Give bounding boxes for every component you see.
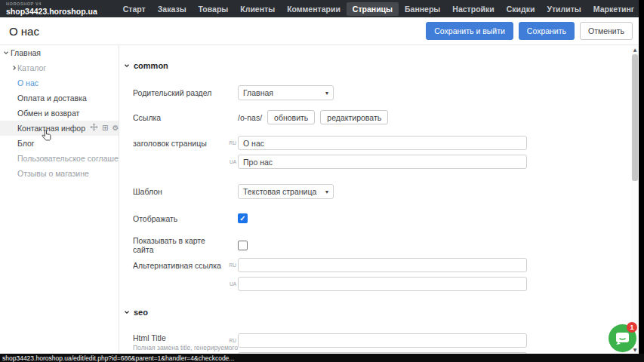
tree-item-label: Отзывы о магазине (17, 169, 89, 178)
html-title-ru-input[interactable] (238, 333, 527, 348)
page-title-ua-input[interactable] (238, 155, 527, 169)
cancel-button[interactable]: Отменить (580, 22, 633, 40)
parent-section-select[interactable]: Главная ▾ (238, 85, 334, 100)
select-value: Текстовая страница (243, 187, 316, 196)
page-tree: Главная Каталог О нас Оплата и доставка … (0, 45, 119, 354)
lang-tag-ua: UA (227, 281, 236, 287)
lang-tag-ua: UA (227, 159, 236, 164)
tree-item-blog[interactable]: Блог (0, 136, 119, 151)
chat-widget-button[interactable]: 1 (609, 324, 636, 352)
hand-cursor-icon (42, 130, 51, 143)
field-label: Шаблон (133, 187, 227, 196)
section-seo[interactable]: seo (124, 308, 148, 317)
field-label: Ссылка (133, 113, 227, 122)
move-icon[interactable] (90, 121, 98, 136)
save-button[interactable]: Сохранить (519, 22, 575, 40)
tree-item-user-agreement[interactable]: Пользовательское соглашение (0, 151, 119, 166)
logo-version: HOROSHOP V4 (6, 2, 97, 7)
chevron-down-icon: ▾ (325, 90, 328, 97)
browser-status-bar: shop34423.horoshop.ua/edit/edit.php?id=6… (0, 354, 644, 362)
field-label: Отображать (133, 214, 227, 223)
field-label: Альтернативная ссылка (133, 261, 227, 270)
field-alt-link-ua: UA (133, 277, 527, 291)
tree-item-label: Главная (11, 48, 41, 57)
chat-unread-badge: 1 (627, 322, 637, 333)
field-sitemap: Показывать в карте сайта (133, 236, 248, 254)
add-icon[interactable]: ⊞ (102, 124, 108, 132)
tree-item-contact-info[interactable]: Контактная инфор ⊞ ⚙ (0, 121, 119, 136)
screen: HOROSHOP V4 shop34423.horoshop.ua Старт … (0, 0, 644, 362)
page-header: О нас Сохранить и выйти Сохранить Отмени… (0, 17, 639, 45)
chevron-down-icon: ▾ (325, 189, 328, 195)
edit-form: common Родительский раздел Главная ▾ Ссы… (119, 45, 631, 354)
template-select[interactable]: Текстовая страница ▾ (238, 184, 334, 199)
tree-item-catalog[interactable]: Каталог (0, 60, 119, 75)
lang-tag-ru: RU (227, 262, 236, 268)
field-display: Отображать ✓ (133, 213, 248, 223)
chevron-down-icon[interactable] (3, 50, 9, 56)
field-note: Полная замена title, генерируемого (133, 344, 238, 351)
sitemap-checkbox[interactable] (238, 241, 248, 250)
page-title-ru-input[interactable] (238, 136, 527, 150)
tree-item-exchange-return[interactable]: Обмен и возврат (0, 106, 119, 121)
tree-item-home[interactable]: Главная (0, 45, 119, 60)
nav-item-comments[interactable]: Комментарии (281, 2, 347, 16)
section-common[interactable]: common (124, 61, 168, 70)
right-edge-bar (639, 0, 644, 362)
field-label: заголовок страницы (133, 139, 227, 148)
section-collapse-icon[interactable] (124, 308, 130, 317)
header-actions: Сохранить и выйти Сохранить Отменить (426, 22, 633, 40)
field-page-title-ua: UA (133, 155, 527, 169)
nav-item-orders[interactable]: Заказы (152, 2, 193, 16)
nav-item-utilities[interactable]: Утилиты (541, 2, 587, 16)
scrollbar-up-icon[interactable]: ▲ (631, 47, 639, 52)
section-collapse-icon[interactable] (124, 61, 130, 70)
save-and-exit-button[interactable]: Сохранить и выйти (426, 22, 513, 40)
tree-item-label: О нас (17, 78, 39, 87)
tree-item-payment-delivery[interactable]: Оплата и доставка (0, 90, 119, 106)
nav-item-banners[interactable]: Баннеры (399, 2, 446, 16)
admin-window: HOROSHOP V4 shop34423.horoshop.ua Старт … (0, 0, 639, 354)
nav-item-settings[interactable]: Настройки (446, 2, 500, 16)
display-checkbox[interactable]: ✓ (238, 213, 248, 223)
link-edit-button[interactable]: редактировать (320, 110, 388, 124)
field-template: Шаблон Текстовая страница ▾ (133, 184, 334, 199)
field-label: Показывать в карте сайта (133, 236, 227, 254)
page-title: О нас (9, 25, 39, 38)
logo[interactable]: HOROSHOP V4 shop34423.horoshop.ua (6, 2, 97, 15)
tree-item-label: Контактная инфор (17, 121, 85, 136)
lang-tag-ru: RU (227, 338, 236, 343)
scrollbar-thumb[interactable] (632, 54, 638, 181)
status-url: shop34423.horoshop.ua/edit/edit.php?id=6… (2, 354, 234, 362)
alt-link-ua-input[interactable] (238, 277, 527, 291)
nav-item-start[interactable]: Старт (117, 2, 152, 16)
main-nav: Старт Заказы Товары Клиенты Комментарии … (117, 0, 639, 17)
lang-tag-ru: RU (227, 140, 236, 146)
tree-item-about[interactable]: О нас (0, 75, 119, 90)
tree-item-label: Блог (17, 139, 35, 148)
vertical-scrollbar[interactable]: ▲ ▼ (631, 45, 639, 354)
field-label: Html Title (133, 333, 166, 342)
field-parent-section: Родительский раздел Главная ▾ (133, 85, 334, 100)
nav-item-clients[interactable]: Клиенты (234, 2, 281, 16)
tree-item-label: Обмен и возврат (17, 109, 79, 118)
select-value: Главная (243, 88, 273, 97)
link-path: /o-nas/ (238, 113, 262, 122)
tree-item-label: Каталог (17, 63, 46, 72)
field-html-title-ru: Html Title Полная замена title, генериру… (133, 333, 527, 351)
chevron-right-icon[interactable] (11, 65, 17, 71)
logo-domain: shop34423.horoshop.ua (6, 8, 97, 16)
alt-link-ru-input[interactable] (238, 258, 527, 272)
section-title: seo (134, 308, 148, 317)
field-label: Родительский раздел (133, 88, 227, 97)
field-link: Ссылка /o-nas/ обновить редактировать (133, 110, 393, 124)
field-page-title-ru: заголовок страницы RU (133, 136, 527, 150)
tree-item-label: Пользовательское соглашение (17, 154, 131, 163)
tree-item-store-reviews[interactable]: Отзывы о магазине (0, 166, 119, 181)
nav-item-products[interactable]: Товары (193, 2, 235, 16)
topbar: HOROSHOP V4 shop34423.horoshop.ua Старт … (0, 0, 639, 17)
nav-item-discounts[interactable]: Скидки (501, 2, 541, 16)
nav-item-pages[interactable]: Страницы (347, 2, 399, 16)
nav-item-marketing[interactable]: Маркетинг (587, 2, 639, 16)
link-update-button[interactable]: обновить (267, 110, 315, 124)
